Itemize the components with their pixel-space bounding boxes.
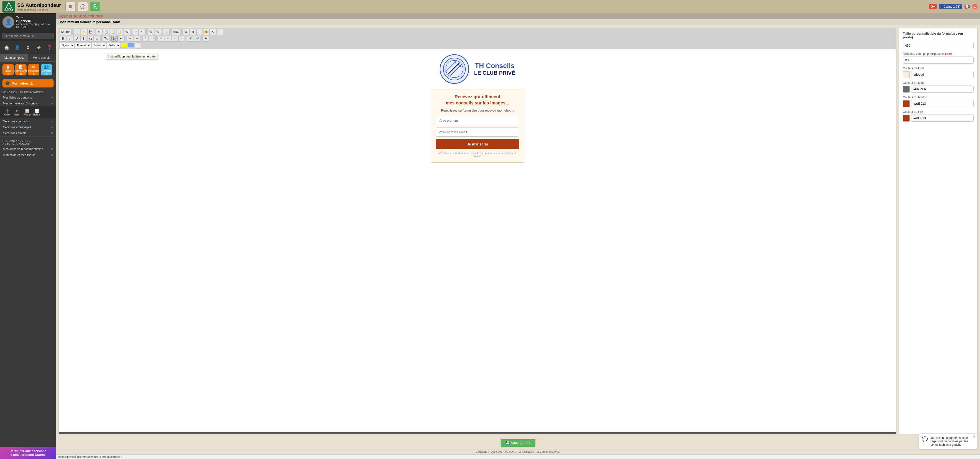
blockquote-button[interactable]: " [142,36,149,41]
pre-button[interactable]: <> [149,36,156,41]
titre-color-input[interactable] [911,114,974,122]
subscript-button[interactable]: x₂ [87,36,94,41]
color-bg-button[interactable] [128,43,134,48]
search-input[interactable] [2,33,54,39]
participate-banner[interactable]: Participer aux décisions d'améliorations… [0,447,56,459]
link-contacts-label: Gérer mes contacts [3,120,29,123]
notification-badge[interactable]: 10 [972,4,978,10]
settings-icon[interactable]: ⚙ [24,43,32,52]
texte-color-swatch[interactable] [903,86,910,93]
paste-word-button[interactable]: W [124,29,130,35]
hline-button[interactable]: — [196,29,203,35]
email-input[interactable] [436,127,519,137]
link-outils[interactable]: Mes outils de recommandation ↗ [0,146,56,152]
texte-color-input[interactable] [911,86,974,93]
delete-button[interactable]: 🗑 [65,2,76,11]
gplus-badge[interactable]: G+ [929,4,937,9]
cut-button[interactable]: ✂ [96,29,102,35]
menu-compact-btn[interactable]: Menu compact [0,54,28,62]
ordered-list-button[interactable]: 1≡ [111,36,118,41]
nav-messages[interactable]: ✉ Messages ⚙ [28,64,39,75]
link-contacts[interactable]: Gérer mes contacts ↗ [0,118,56,124]
taille-select[interactable]: Taille [107,42,121,48]
bouton-color-swatch[interactable] [903,100,910,107]
find-replace-button[interactable]: 🔍 [154,29,161,35]
gerer-btn[interactable]: ⚙ Gérer [13,109,22,116]
italic-button[interactable]: I [67,36,73,41]
taille-form-input[interactable] [903,42,974,49]
nav-listes[interactable]: 📋 Listes ⚙ [2,64,14,75]
align-left-button[interactable]: ≡ [158,36,164,41]
redo-button[interactable]: ↪ [139,29,145,35]
styles-select[interactable]: Styles [60,42,75,48]
power-icon[interactable]: ⚡ [34,43,43,52]
undo-button[interactable]: ↩ [132,29,138,35]
align-right-button[interactable]: ≡ [172,36,178,41]
link-formulaires-inscription[interactable]: Mes formulaires d'inscription ↗ [0,100,56,106]
bold-button[interactable]: B [60,36,66,41]
like-button[interactable]: ✓ J'aime 1.0 K [939,4,962,9]
indent-less-button[interactable]: ⇐ [127,36,133,41]
titre-color-swatch[interactable] [903,115,910,122]
table-button[interactable]: ⊞ [189,29,196,35]
nav-listes-label: Listes [5,70,11,72]
formation-button[interactable]: 🎓 Formation ⚠ [2,79,54,87]
spell-button[interactable]: ABC [172,29,180,35]
save-button[interactable]: 💾 Sauvegarder [501,439,535,447]
chat-close-button[interactable]: ✕ [973,435,976,438]
find-button[interactable]: 🔍 [148,29,154,35]
source-button[interactable]: Source [60,29,72,35]
new-doc-button[interactable]: 📄 [74,29,80,35]
align-justify-button[interactable]: ≡ [178,36,185,41]
link-messages[interactable]: Gérer mes messages ↗ [0,124,56,130]
pagebreak-button[interactable]: ⋮ [217,29,223,35]
underline-button[interactable]: U [73,36,80,41]
help-button[interactable]: ? [78,2,88,11]
submit-button[interactable]: Je m'inscris [436,139,519,149]
open-button[interactable]: 📁 [81,29,87,35]
logo-area: SG SG Autorépondeur Votre marketing pren… [2,1,61,13]
paste-text-button[interactable]: 📝 [117,29,123,35]
paste-button[interactable]: 📋 [110,29,116,35]
format-select[interactable]: Format [75,42,91,48]
create-btn[interactable]: ➕ Créer [3,109,12,116]
menu-complet-btn[interactable]: Menu complet [28,54,56,62]
popup-btn[interactable]: 🪟 Popup [22,109,32,116]
unordered-list-button[interactable]: •≡ [118,36,124,41]
select-all-button[interactable]: ⬜ [163,29,170,35]
helbar-btn[interactable]: 📊 HelBar [32,109,41,116]
question-icon[interactable]: ❓ [45,43,54,52]
strike-button[interactable]: S [80,36,87,41]
removeformat-button[interactable]: Tx [103,36,109,41]
user-icon[interactable]: 👤 [13,43,22,52]
maximize-button[interactable]: ⛶ [135,42,141,48]
special-char-button[interactable]: Ω [210,29,216,35]
nav-contacts[interactable]: 👥 Contacts ⚙ [41,64,52,75]
unlink-button[interactable]: 🔗 [194,36,200,41]
fond-color-swatch[interactable] [903,71,910,78]
home-icon[interactable]: 🏠 [2,43,11,52]
add-button[interactable] [90,2,100,11]
link-listes-contacts[interactable]: Mes listes de contacts ↗ [0,95,56,100]
superscript-button[interactable]: x² [94,36,100,41]
prenom-input[interactable] [436,116,519,125]
image-button[interactable]: 🖼 [183,29,189,35]
copy-button[interactable]: 📋 [103,29,109,35]
save-tb-button[interactable]: 💾 [88,29,94,35]
smiley-button[interactable]: 😊 [203,29,210,35]
user-email: webmaster2net@gmail.com [16,22,50,25]
fond-color-input[interactable] [911,71,974,78]
police-select[interactable]: Police [91,42,106,48]
nav-formulaires[interactable]: 📝 Formulaires ⚙ [15,64,27,75]
flag-button[interactable]: ⚑ [202,36,209,41]
contacts-settings-icon: ⚙ [45,73,48,75]
align-center-button[interactable]: ≡ [165,36,171,41]
champs-input[interactable] [903,57,974,64]
link-solde[interactable]: Mon solde et mes filleuls ↗ [0,152,56,158]
color-text-button[interactable] [121,43,127,48]
breadcrumb-link[interactable]: cliquez ici pour copier votre email [59,14,102,18]
link-button[interactable]: 🔗 [187,36,193,41]
bouton-color-input[interactable] [911,100,974,107]
link-envois[interactable]: Gérer mes envois ↗ [0,130,56,136]
indent-more-button[interactable]: ⇒ [134,36,140,41]
